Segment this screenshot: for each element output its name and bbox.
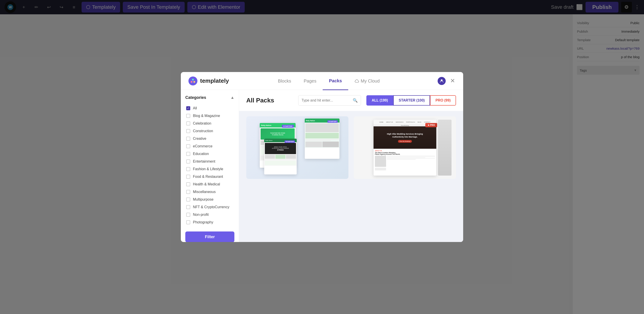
- category-label-ecommerce: eCommerce: [193, 144, 212, 148]
- category-item-miscellaneous[interactable]: Miscellaneous: [185, 188, 234, 196]
- checkbox-nonprofit[interactable]: [186, 213, 190, 217]
- category-item-food[interactable]: Food & Restaurant: [185, 173, 234, 180]
- starter-badge-1: STARTER: [282, 125, 294, 128]
- category-label-celebration: Celebration: [193, 122, 211, 126]
- sidebar-toggle-button[interactable]: ▲: [230, 95, 234, 100]
- svg-point-4: [194, 81, 195, 83]
- checkbox-health[interactable]: [186, 182, 190, 186]
- category-label-all: All: [193, 106, 197, 110]
- modal-overlay: templately Blocks Pages Packs My Cloud: [0, 0, 644, 314]
- templately-logo-icon: [188, 76, 198, 86]
- checkbox-blog[interactable]: [186, 114, 190, 118]
- category-label-blog: Blog & Magazine: [193, 114, 220, 118]
- category-label-photography: Photography: [193, 220, 213, 224]
- sidebar: Categories ▲ ✓ All Blog & Magazine Celeb…: [181, 90, 239, 242]
- checkbox-entertainment[interactable]: [186, 159, 190, 163]
- user-icon[interactable]: [438, 77, 446, 85]
- checkbox-food[interactable]: [186, 175, 190, 179]
- category-label-nft: NFT & CryptoCurrency: [193, 205, 229, 209]
- tab-my-cloud[interactable]: My Cloud: [348, 72, 386, 90]
- checkbox-fashion[interactable]: [186, 167, 190, 171]
- svg-point-5: [192, 79, 194, 81]
- category-item-blog[interactable]: Blog & Magazine: [185, 112, 234, 120]
- search-box[interactable]: 🔍: [298, 95, 361, 106]
- filter-all-button[interactable]: ALL (199): [366, 95, 394, 106]
- category-item-celebration[interactable]: Celebration: [185, 120, 234, 127]
- search-icon: 🔍: [353, 98, 358, 103]
- logo-text: templately: [200, 77, 229, 84]
- checkbox-ecommerce[interactable]: [186, 144, 190, 148]
- modal-body: Categories ▲ ✓ All Blog & Magazine Celeb…: [181, 90, 463, 242]
- category-label-health: Health & Medical: [193, 182, 220, 186]
- category-item-fashion[interactable]: Fashion & Lifestyle: [185, 165, 234, 173]
- checkbox-nft[interactable]: [186, 205, 190, 209]
- filter-tabs: ALL (199) STARTER (100) PRO (99): [366, 95, 456, 106]
- modal-header: templately Blocks Pages Packs My Cloud: [181, 72, 463, 90]
- checkbox-all[interactable]: ✓: [186, 106, 190, 110]
- tab-blocks[interactable]: Blocks: [272, 72, 297, 90]
- main-content: All Packs 🔍 ALL (199) STARTER (100) PRO …: [239, 90, 463, 242]
- tab-pages[interactable]: Pages: [297, 72, 323, 90]
- content-header: All Packs 🔍 ALL (199) STARTER (100) PRO …: [239, 90, 463, 111]
- filter-button[interactable]: Filter: [185, 231, 234, 242]
- svg-point-3: [191, 81, 192, 83]
- category-label-construction: Construction: [193, 129, 213, 133]
- checkbox-education[interactable]: [186, 152, 190, 156]
- category-item-ecommerce[interactable]: eCommerce: [185, 143, 234, 150]
- category-item-photography[interactable]: Photography: [185, 218, 234, 226]
- svg-point-2: [188, 76, 198, 85]
- category-label-food: Food & Restaurant: [193, 175, 223, 179]
- modal-actions: ✕: [438, 76, 456, 85]
- category-label-creative: Creative: [193, 137, 206, 141]
- packs-grid: Rally Nation TOGETHER WE STANDTO BRING P…: [239, 111, 463, 242]
- category-label-entertainment: Entertainment: [193, 159, 215, 163]
- category-label-miscellaneous: Miscellaneous: [193, 190, 216, 194]
- category-label-education: Education: [193, 152, 209, 156]
- checkbox-construction[interactable]: [186, 129, 190, 133]
- sidebar-header: Categories ▲: [185, 95, 234, 100]
- category-item-nft[interactable]: NFT & CryptoCurrency: [185, 203, 234, 211]
- category-item-all[interactable]: ✓ All: [185, 104, 234, 112]
- modal-nav: Blocks Pages Packs My Cloud: [238, 72, 420, 90]
- category-label-fashion: Fashion & Lifestyle: [193, 167, 223, 171]
- cloud-icon: My Cloud: [354, 78, 380, 84]
- category-label-nonprofit: Non-profit: [193, 213, 208, 217]
- filter-starter-button[interactable]: STARTER (100): [393, 95, 430, 106]
- category-item-health[interactable]: Health & Medical: [185, 180, 234, 188]
- category-item-entertainment[interactable]: Entertainment: [185, 158, 234, 165]
- pro-badge-1: ★ PRO: [425, 123, 437, 127]
- checkbox-miscellaneous[interactable]: [186, 190, 190, 194]
- categories-title: Categories: [185, 95, 206, 100]
- category-item-multipurpose[interactable]: Multipurpose: [185, 196, 234, 203]
- category-item-education[interactable]: Education: [185, 150, 234, 158]
- close-button[interactable]: ✕: [449, 76, 456, 85]
- checkbox-celebration[interactable]: [186, 122, 190, 126]
- checkbox-photography[interactable]: [186, 220, 190, 224]
- checkbox-multipurpose[interactable]: [186, 197, 190, 201]
- filter-pro-button[interactable]: PRO (99): [430, 95, 456, 106]
- category-item-construction[interactable]: Construction: [185, 127, 234, 135]
- page-title: All Packs: [246, 97, 274, 104]
- checkbox-creative[interactable]: [186, 137, 190, 141]
- tab-packs[interactable]: Packs: [323, 72, 348, 90]
- category-item-nonprofit[interactable]: Non-profit: [185, 211, 234, 218]
- search-input[interactable]: [302, 98, 353, 102]
- pack-card-2[interactable]: HOME ABOUT US SERVICES ▾ PORTFOLIO ▾ BLO…: [354, 116, 456, 179]
- modal-logo: templately: [188, 76, 229, 86]
- category-label-multipurpose: Multipurpose: [193, 197, 214, 201]
- templately-modal: templately Blocks Pages Packs My Cloud: [181, 72, 463, 242]
- category-item-creative[interactable]: Creative: [185, 135, 234, 143]
- pack-card-1[interactable]: Rally Nation TOGETHER WE STANDTO BRING P…: [246, 116, 348, 179]
